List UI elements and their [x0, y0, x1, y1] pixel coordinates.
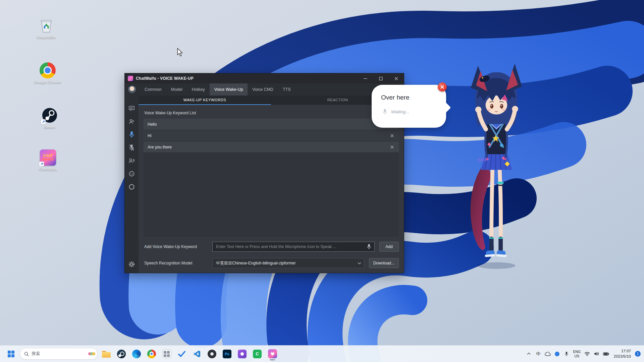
keyword-text: Hi — [148, 133, 151, 138]
wifi-icon[interactable] — [583, 347, 592, 361]
taskbar-icon-file-explorer[interactable] — [100, 347, 113, 361]
chatwaifu-icon-text-top: CHAT — [43, 154, 53, 158]
input-mic-icon[interactable] — [365, 243, 373, 250]
windows-logo-icon — [8, 351, 14, 357]
chatwaifu-window: ChatWaifu - VOICE WAKE-UP Common Model H… — [124, 73, 404, 273]
shortcut-arrow-icon — [39, 162, 44, 166]
chat-icon[interactable] — [128, 104, 136, 112]
avatar[interactable] — [127, 85, 137, 94]
chatwaifu-icon — [268, 349, 277, 358]
bubble-close-button[interactable] — [438, 82, 447, 92]
taskbar-clock[interactable]: 17:07 2023/5/10 — [611, 347, 634, 361]
speech-model-row: Speech Recognition Model 中英双语Chinese-Eng… — [144, 258, 399, 268]
taskbar-icon-green-app[interactable]: C — [251, 347, 264, 361]
taskbar-search[interactable]: 搜索 — [20, 348, 98, 360]
add-button[interactable]: Add — [379, 242, 399, 252]
taskbar-icon-edge[interactable] — [130, 347, 143, 361]
tail — [471, 162, 491, 250]
add-keyword-label: Add Voice Wake-Up Keyword — [144, 244, 212, 249]
microphone-off-icon[interactable] — [128, 143, 136, 152]
tab-hotkey[interactable]: Hotkey — [187, 83, 210, 96]
grid-app-icon — [162, 349, 171, 358]
chrome-icon — [147, 350, 156, 358]
keyword-input-wrap — [212, 242, 375, 252]
tab-common[interactable]: Common — [140, 83, 166, 96]
tab-tts[interactable]: TTS — [278, 83, 296, 96]
contacts-icon[interactable] — [128, 117, 136, 125]
maximize-button[interactable] — [373, 73, 388, 83]
keyword-row[interactable]: Hi — [144, 130, 399, 141]
tab-voice-cmd[interactable]: Voice CMD — [248, 83, 278, 96]
taskbar-icon-dark-app[interactable] — [206, 347, 218, 361]
keyword-row[interactable]: Hello — [144, 119, 399, 130]
search-placeholder: 搜索 — [32, 351, 87, 357]
tray-mic-icon[interactable] — [562, 347, 571, 361]
taskbar-icon-purple-app[interactable] — [236, 347, 249, 361]
recycle-bin-icon — [38, 17, 54, 34]
folder-icon — [102, 351, 111, 358]
tray-chevron-icon[interactable] — [525, 347, 533, 361]
blue-dot-icon — [555, 352, 559, 356]
tray-app-icon[interactable] — [553, 347, 561, 361]
ps-label: Ps — [225, 352, 229, 356]
search-icon — [24, 352, 29, 356]
speech-model-select[interactable]: 中英双语Chinese-English-bilingual-zipformer — [212, 258, 364, 268]
taskbar-icon-grid-app[interactable] — [160, 347, 173, 361]
volume-icon[interactable] — [592, 347, 601, 361]
voice-person-icon[interactable] — [128, 157, 136, 165]
window-sidebar — [125, 96, 139, 273]
dark-app-icon — [208, 350, 216, 358]
close-button[interactable] — [388, 73, 404, 83]
desktop-icon-label: RecycleBin — [37, 35, 56, 40]
tab-bar: Common Model Hotkey Voice Wake-Up Voice … — [125, 83, 404, 96]
taskbar-icon-check-app[interactable] — [175, 347, 188, 361]
emotion-icon[interactable] — [128, 170, 136, 178]
desktop-icon-chatwaifu[interactable]: CHAT WAIFU ChatWaifu — [31, 149, 65, 172]
remove-keyword-button[interactable] — [389, 132, 395, 139]
tab-voice-wake-up[interactable]: Voice Wake-Up — [210, 83, 248, 96]
green-app-label: C — [256, 351, 259, 356]
taskbar-icon-steam[interactable] — [115, 347, 128, 361]
openai-icon[interactable] — [128, 183, 136, 191]
running-indicator — [270, 359, 275, 360]
microphone-icon[interactable] — [128, 130, 136, 138]
chevron-down-icon — [358, 262, 361, 264]
add-keyword-row: Add Voice Wake-Up Keyword Add — [144, 242, 399, 252]
language-indicator[interactable]: ENG US — [572, 347, 582, 361]
edge-icon — [132, 350, 141, 358]
chatwaifu-icon-text-bottom: WAIFU — [42, 158, 54, 161]
desktop-icon-recycle-bin[interactable]: RecycleBin — [29, 17, 64, 40]
shortcut-arrow-icon — [41, 119, 46, 124]
settings-gear-icon[interactable] — [128, 260, 136, 268]
desktop-icon-steam[interactable]: Steam — [32, 107, 67, 129]
tab-model[interactable]: Model — [166, 83, 187, 96]
desktop-icon-chrome[interactable]: Google Chrome — [30, 62, 65, 84]
tray-cloud-icon[interactable] — [543, 347, 552, 361]
bubble-status: Waiting... — [391, 109, 409, 114]
speech-bubble: Over here Waiting... — [372, 85, 446, 128]
taskbar-icon-vs-app[interactable] — [191, 347, 203, 361]
start-button[interactable] — [5, 347, 17, 361]
keyword-row[interactable]: Are you there — [144, 141, 399, 153]
taskbar-icon-chrome[interactable] — [145, 347, 158, 361]
waifu-character[interactable]: Mian — [466, 59, 525, 277]
battery-icon[interactable] — [602, 347, 610, 361]
notification-badge[interactable]: 1 — [635, 351, 641, 357]
window-titlebar[interactable]: ChatWaifu - VOICE WAKE-UP — [125, 73, 404, 83]
bubble-text: Over here — [372, 85, 446, 101]
window-controls — [358, 73, 404, 83]
check-icon — [178, 351, 185, 357]
subtab-wake-up-keywords[interactable]: WAKE-UP KEYWORDS — [139, 96, 271, 105]
tray-ime-icon[interactable]: 中 — [534, 347, 543, 361]
keyword-input[interactable] — [212, 242, 375, 252]
taskbar-icon-photoshop[interactable]: Ps — [221, 347, 233, 361]
download-button[interactable]: Download... — [369, 258, 399, 268]
remove-keyword-button[interactable] — [389, 144, 395, 150]
chrome-icon — [40, 62, 56, 78]
minimize-button[interactable] — [358, 73, 373, 83]
speech-model-label: Speech Recognition Model — [144, 261, 212, 265]
ime-label: 中 — [536, 351, 540, 357]
mouse-cursor — [177, 48, 183, 57]
vs-icon — [193, 350, 201, 358]
taskbar-icon-chatwaifu[interactable] — [266, 347, 279, 361]
